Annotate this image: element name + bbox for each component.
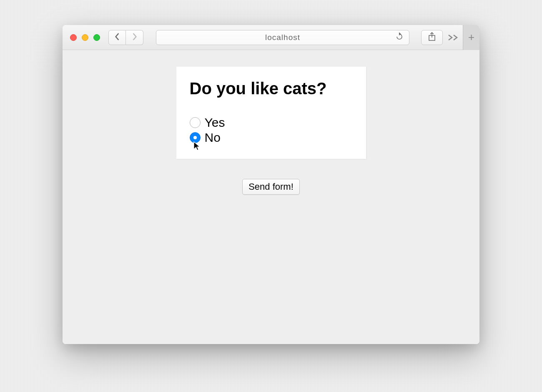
share-icon (428, 32, 436, 43)
address-text: localhost (265, 33, 300, 42)
new-tab-button[interactable]: + (463, 25, 479, 50)
plus-icon: + (468, 31, 474, 44)
radio-option-no: No (190, 131, 353, 145)
address-bar[interactable]: localhost (156, 30, 409, 45)
reload-icon[interactable] (396, 33, 403, 43)
radio-button-no[interactable] (190, 132, 201, 143)
close-window-button[interactable] (70, 34, 77, 41)
tabs-overflow-icon[interactable] (444, 32, 463, 43)
radio-button-yes[interactable] (190, 117, 201, 128)
page-content: Do you like cats? Yes No Send form! (63, 50, 479, 344)
back-button[interactable] (108, 30, 126, 45)
radio-label-yes: Yes (205, 116, 225, 130)
navigation-buttons (108, 30, 143, 45)
form-title: Do you like cats? (190, 79, 353, 98)
share-button[interactable] (421, 30, 443, 45)
browser-window: localhost (63, 25, 479, 344)
browser-titlebar: localhost (63, 25, 479, 50)
window-controls (70, 34, 100, 41)
forward-button[interactable] (126, 30, 143, 45)
chevron-right-icon (132, 33, 138, 42)
submit-button[interactable]: Send form! (242, 179, 300, 195)
radio-group: Yes No (190, 116, 353, 145)
radio-label-no: No (205, 131, 221, 145)
tab-controls: + (444, 25, 479, 50)
radio-option-yes: Yes (190, 116, 353, 130)
chevron-left-icon (114, 33, 120, 42)
maximize-window-button[interactable] (93, 34, 100, 41)
minimize-window-button[interactable] (82, 34, 88, 41)
form-panel: Do you like cats? Yes No (176, 67, 366, 159)
